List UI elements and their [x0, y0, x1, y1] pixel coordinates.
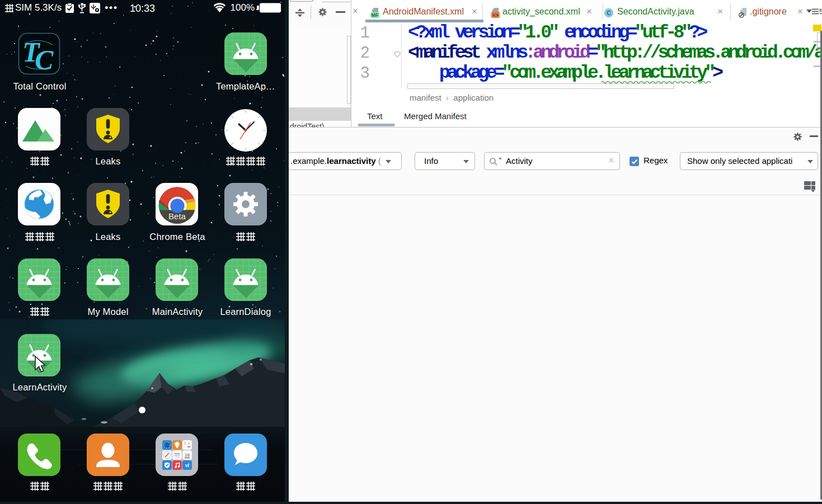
svg-text:Beta: Beta	[168, 211, 186, 221]
svg-text:16: 16	[185, 453, 190, 458]
svg-text:x: x	[188, 441, 190, 445]
svg-text:C: C	[35, 44, 54, 75]
svg-text:vi: vi	[185, 462, 189, 468]
